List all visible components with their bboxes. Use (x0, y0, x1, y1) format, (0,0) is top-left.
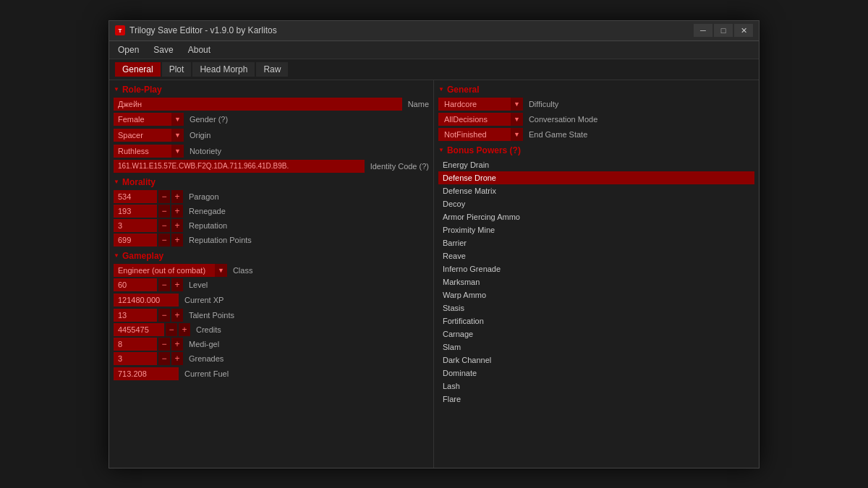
bonus-inferno-grenade[interactable]: Inferno Grenade (438, 262, 754, 275)
app-icon: T (115, 25, 125, 35)
reputation-plus[interactable]: + (171, 219, 183, 232)
menu-about[interactable]: About (185, 43, 213, 56)
tab-plot[interactable]: Plot (162, 62, 192, 77)
bonus-warp-ammo[interactable]: Warp Ammo (438, 288, 754, 301)
identity-label: Identity Code (?) (365, 162, 429, 171)
reputation-label: Reputation (184, 221, 227, 230)
notoriety-row: Ruthless ▼ Notoriety (114, 144, 429, 158)
talent-minus[interactable]: − (158, 309, 170, 322)
tab-head-morph[interactable]: Head Morph (192, 62, 255, 77)
bonus-proximity-mine[interactable]: Proximity Mine (438, 223, 754, 236)
roleplay-header: ▼ Role-Play (114, 85, 429, 95)
bonus-defense-matrix[interactable]: Defense Matrix (438, 184, 754, 197)
bonus-dark-channel[interactable]: Dark Channel (438, 354, 754, 367)
difficulty-value: Hardcore (438, 98, 511, 111)
rep-points-label: Reputation Points (184, 236, 252, 244)
talent-plus[interactable]: + (171, 309, 183, 322)
credits-plus[interactable]: + (179, 323, 190, 336)
rep-points-plus[interactable]: + (171, 234, 183, 247)
minimize-button[interactable]: ─ (694, 24, 712, 37)
maximize-button[interactable]: □ (714, 24, 733, 37)
grenades-minus[interactable]: − (158, 352, 170, 365)
name-input[interactable] (114, 98, 402, 111)
level-minus[interactable]: − (158, 278, 170, 291)
roleplay-triangle: ▼ (114, 86, 119, 93)
origin-dropdown[interactable]: ▼ (171, 129, 184, 142)
bonus-reave[interactable]: Reave (438, 249, 754, 262)
bonus-armor-piercing[interactable]: Armor Piercing Ammo (438, 210, 754, 223)
bonus-fortification[interactable]: Fortification (438, 314, 754, 328)
reputation-value: 3 (114, 219, 157, 232)
main-content: ▼ Role-Play Name Female ▼ Gender (?) Spa… (109, 80, 759, 468)
reputation-minus[interactable]: − (158, 219, 170, 232)
menu-open[interactable]: Open (115, 43, 142, 56)
title-bar: T Trilogy Save Editor - v1.9.0 by Karlit… (109, 21, 759, 41)
bonus-marksman[interactable]: Marksman (438, 275, 754, 288)
name-row: Name (114, 98, 429, 111)
bonus-carnage[interactable]: Carnage (438, 328, 754, 341)
morality-triangle: ▼ (114, 179, 119, 185)
left-panel: ▼ Role-Play Name Female ▼ Gender (?) Spa… (109, 80, 434, 468)
bonus-dominate[interactable]: Dominate (438, 367, 754, 380)
end-game-value: NotFinished (438, 128, 511, 141)
bonus-flare[interactable]: Flare (438, 393, 754, 406)
gender-dropdown[interactable]: ▼ (171, 113, 184, 126)
bonus-decoy[interactable]: Decoy (438, 197, 754, 210)
fuel-value: 713.208 (114, 367, 179, 380)
bonus-barrier[interactable]: Barrier (438, 236, 754, 249)
general-title: General (447, 85, 480, 95)
renegade-minus[interactable]: − (158, 205, 170, 218)
class-value: Engineer (out of combat) (114, 264, 215, 277)
window-controls: ─ □ ✕ (694, 24, 753, 37)
level-value: 60 (114, 278, 157, 291)
bonus-powers-list: Energy Drain Defense Drone Defense Matri… (438, 158, 754, 406)
close-button[interactable]: ✕ (734, 24, 753, 37)
grenades-plus[interactable]: + (171, 352, 183, 365)
credits-minus[interactable]: − (166, 323, 177, 336)
rep-points-minus[interactable]: − (158, 234, 170, 247)
paragon-minus[interactable]: − (158, 190, 170, 203)
tab-raw[interactable]: Raw (256, 62, 288, 77)
paragon-plus[interactable]: + (171, 190, 183, 203)
renegade-value: 193 (114, 205, 157, 218)
talent-row: 13 − + Talent Points (114, 309, 429, 322)
gender-value: Female (114, 113, 171, 126)
menu-save[interactable]: Save (150, 43, 176, 56)
level-plus[interactable]: + (171, 278, 183, 291)
convo-mode-row: AllDecisions ▼ Conversation Mode (438, 113, 754, 126)
tab-general[interactable]: General (115, 62, 161, 77)
level-label: Level (184, 281, 208, 289)
notoriety-dropdown[interactable]: ▼ (171, 145, 184, 158)
bonus-defense-drone[interactable]: Defense Drone (438, 171, 754, 184)
general-section: ▼ General Hardcore ▼ Difficulty AllDecis… (438, 85, 754, 141)
class-dropdown[interactable]: ▼ (215, 264, 227, 277)
difficulty-dropdown[interactable]: ▼ (511, 98, 523, 111)
medigel-value: 8 (114, 338, 157, 351)
gameplay-header: ▼ Gameplay (114, 251, 429, 261)
gender-row: Female ▼ Gender (?) (114, 112, 429, 127)
morality-section: ▼ Morality 534 − + Paragon 193 − + Reneg… (114, 177, 429, 247)
class-label: Class (227, 266, 253, 275)
bonus-stasis[interactable]: Stasis (438, 301, 754, 314)
medigel-plus[interactable]: + (171, 338, 183, 351)
roleplay-title: Role-Play (122, 85, 162, 95)
credits-row: 4455475 − + Credits (114, 323, 429, 336)
medigel-row: 8 − + Medi-gel (114, 338, 429, 351)
renegade-label: Renegade (184, 207, 226, 215)
end-game-dropdown[interactable]: ▼ (511, 128, 523, 141)
renegade-row: 193 − + Renegade (114, 205, 429, 218)
bonus-energy-drain[interactable]: Energy Drain (438, 158, 754, 171)
grenades-row: 3 − + Grenades (114, 352, 429, 365)
origin-label: Origin (184, 131, 210, 140)
general-header: ▼ General (438, 85, 754, 95)
medigel-minus[interactable]: − (158, 338, 170, 351)
fuel-label: Current Fuel (179, 369, 229, 378)
bonus-slam[interactable]: Slam (438, 341, 754, 354)
grenades-value: 3 (114, 352, 157, 365)
convo-mode-dropdown[interactable]: ▼ (511, 113, 523, 126)
bonus-powers-title: Bonus Powers (?) (447, 145, 521, 155)
renegade-plus[interactable]: + (171, 205, 183, 218)
name-label: Name (402, 100, 429, 108)
bonus-lash[interactable]: Lash (438, 380, 754, 393)
class-row: Engineer (out of combat) ▼ Class (114, 264, 429, 277)
